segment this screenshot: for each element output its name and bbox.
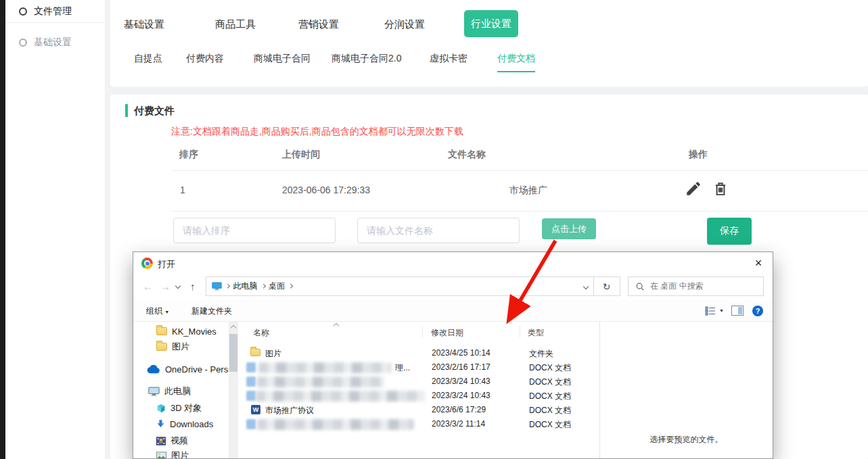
save-button[interactable]: 保存 <box>707 218 752 245</box>
upload-button[interactable]: 点击上传 <box>542 218 596 239</box>
file-col-name[interactable]: 名称 <box>253 327 269 339</box>
crumb-separator-icon <box>261 284 265 288</box>
preview-hint: 选择要预览的文件。 <box>600 434 773 445</box>
tab-profit-sharing[interactable]: 分润设置 <box>384 18 425 31</box>
view-mode-icon[interactable] <box>705 306 716 316</box>
edit-icon[interactable] <box>685 180 702 197</box>
sidebar-item-basic-settings[interactable]: 基础设置 <box>5 31 105 54</box>
tab-industry-settings[interactable]: 行业设置 <box>464 10 518 37</box>
breadcrumb-desktop[interactable]: 桌面 <box>269 281 285 292</box>
divider <box>171 170 868 171</box>
preview-pane: 选择要预览的文件。 <box>599 322 773 458</box>
search-box[interactable]: 在 桌面 中搜索 <box>628 276 764 296</box>
file-name-input[interactable] <box>357 218 520 243</box>
subtab-paid-content[interactable]: 付费内容 <box>186 53 224 71</box>
search-icon <box>635 282 645 291</box>
tabs-card: 基础设置 商品工具 营销设置 分润设置 行业设置 自提点 付费内容 商城电子合同… <box>110 0 868 87</box>
refresh-button[interactable]: ↻ <box>593 276 620 296</box>
subtab-econtract-2[interactable]: 商城电子合同2.0 <box>332 53 401 71</box>
file-row-redacted[interactable]: 2023/3/24 10:43 DOCX 文档 <box>238 375 599 389</box>
cube-3d-icon <box>156 404 166 413</box>
left-rail <box>0 0 5 459</box>
tab-product-tools[interactable]: 商品工具 <box>215 18 256 31</box>
file-row-market-agreement[interactable]: W 市场推广协议 2023/6/6 17:29 DOCX 文档 <box>238 403 599 417</box>
address-dropdown-chevron-icon[interactable] <box>583 283 589 289</box>
word-doc-icon-blurred <box>246 419 256 429</box>
subtab-virtual-card[interactable]: 虚拟卡密 <box>430 53 467 71</box>
col-header-upload-time: 上传时间 <box>282 149 320 161</box>
desktop-location-icon <box>212 282 222 291</box>
sort-caret-icon <box>334 323 339 329</box>
word-doc-icon: W <box>251 405 260 414</box>
file-row-redacted[interactable]: 2023/3/24 10:43 DOCX 文档 <box>238 389 599 403</box>
onedrive-cloud-icon <box>147 365 160 374</box>
up-icon[interactable]: ↑ <box>190 281 196 292</box>
subtab-econtract[interactable]: 商城电子合同 <box>254 53 311 71</box>
folder-icon <box>156 343 167 351</box>
back-icon[interactable]: ← <box>143 281 153 292</box>
order-input[interactable] <box>173 218 336 243</box>
tree-item-videos[interactable]: 视频 <box>156 435 188 447</box>
col-header-file-name: 文件名称 <box>448 149 486 161</box>
forward-icon[interactable]: → <box>160 281 170 292</box>
redacted-name <box>257 419 414 430</box>
radio-icon <box>19 7 27 16</box>
redacted-name <box>256 391 425 402</box>
recent-pages-chevron-icon[interactable] <box>175 283 181 289</box>
scrollbar-thumb[interactable] <box>229 334 237 372</box>
breadcrumb-this-pc[interactable]: 此电脑 <box>233 281 258 292</box>
section-title: 付费文件 <box>134 105 175 118</box>
computer-icon <box>148 387 160 396</box>
file-col-date[interactable]: 修改日期 <box>431 327 463 339</box>
tab-marketing[interactable]: 营销设置 <box>298 18 339 31</box>
file-col-type[interactable]: 类型 <box>528 327 544 339</box>
refresh-icon: ↻ <box>603 281 611 292</box>
organize-button[interactable]: 组织 ▼ <box>146 306 169 317</box>
col-header-actions: 操作 <box>689 149 708 161</box>
column-divider[interactable] <box>520 326 520 338</box>
column-divider[interactable] <box>422 326 423 338</box>
delete-icon[interactable] <box>712 180 729 197</box>
tree-item-this-pc[interactable]: 此电脑 <box>148 385 191 397</box>
section-marker <box>125 104 128 117</box>
sidebar-item-file-management[interactable]: 文件管理 <box>5 0 105 23</box>
word-doc-icon-blurred <box>246 391 256 401</box>
dialog-body: KK_Movies 图片 OneDrive - Perso 此电脑 3D 对象 <box>133 322 773 458</box>
tree-item-pictures[interactable]: 图片 <box>156 450 189 458</box>
sidebar: 文件管理 基础设置 <box>5 0 105 459</box>
search-placeholder: 在 桌面 中搜索 <box>650 281 704 292</box>
file-row-redacted[interactable]: 2023/3/2 11:14 DOCX 文档 <box>238 417 599 431</box>
col-header-order: 排序 <box>179 149 198 161</box>
film-icon <box>156 437 166 445</box>
sidebar-item-label: 基础设置 <box>34 37 72 49</box>
address-bar[interactable]: 此电脑 桌面 <box>206 276 594 296</box>
view-mode-caret-icon[interactable]: ▼ <box>719 308 724 313</box>
subtab-pickup-point[interactable]: 自提点 <box>134 53 162 71</box>
tree-item-downloads[interactable]: Downloads <box>156 418 213 430</box>
file-row-pictures[interactable]: 图片 2023/4/25 10:14 文件夹 <box>238 346 599 360</box>
scroll-up-icon[interactable] <box>231 325 236 331</box>
tree-item-pictures-folder[interactable]: 图片 <box>156 341 189 353</box>
radio-icon <box>19 39 27 47</box>
tree-item-3d-objects[interactable]: 3D 对象 <box>156 402 202 414</box>
tree-item-kk-movies[interactable]: KK_Movies <box>156 325 216 337</box>
tab-basic-settings[interactable]: 基础设置 <box>124 18 164 31</box>
folder-icon <box>250 349 260 356</box>
redacted-name <box>257 377 384 387</box>
chrome-icon <box>141 258 153 269</box>
preview-pane-icon[interactable] <box>731 306 744 316</box>
divider <box>171 211 868 212</box>
tree-scrollbar[interactable] <box>229 322 238 458</box>
word-doc-icon-blurred <box>246 377 256 387</box>
tree-item-onedrive[interactable]: OneDrive - Perso <box>147 363 229 375</box>
cell-upload-time: 2023-06-06 17:29:33 <box>282 185 370 195</box>
cell-order: 1 <box>180 185 185 195</box>
redacted-name <box>258 362 391 373</box>
close-icon[interactable]: × <box>748 253 769 272</box>
cell-file-name: 市场推广 <box>509 185 547 197</box>
help-icon[interactable]: ? <box>752 306 763 316</box>
subtab-paid-docs[interactable]: 付费文档 <box>497 53 535 72</box>
file-row-redacted[interactable]: 理... 2023/2/16 17:17 DOCX 文档 <box>238 360 599 375</box>
folder-icon <box>156 327 167 335</box>
new-folder-button[interactable]: 新建文件夹 <box>191 306 232 317</box>
